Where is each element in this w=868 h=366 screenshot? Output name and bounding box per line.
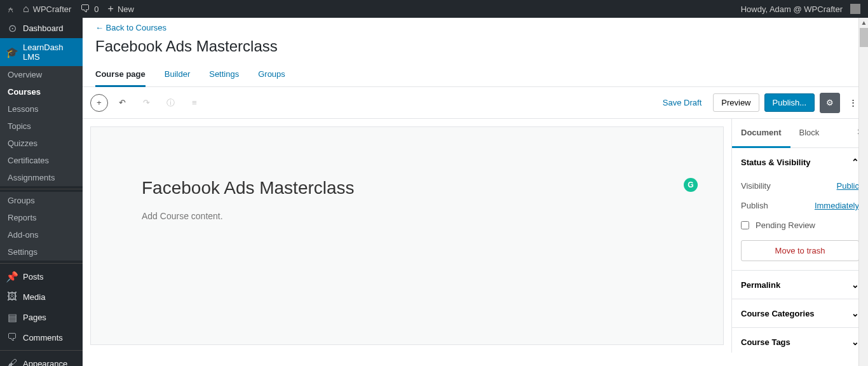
sidebar-posts-label: Posts <box>23 272 44 281</box>
outline-button[interactable]: ≡ <box>184 93 205 113</box>
info-icon: ⓘ <box>166 97 175 109</box>
sidebar-sub-settings[interactable]: Settings <box>0 243 83 261</box>
dashboard-icon: ⊙ <box>6 22 18 34</box>
panel-tab-document[interactable]: Document <box>732 119 790 148</box>
panel-tabs: Document Block × <box>732 119 868 148</box>
editor-body: Facebook Ads Masterclass Add Course cont… <box>83 119 868 353</box>
content-placeholder[interactable]: Add Course content. <box>142 211 672 221</box>
home-icon: ⌂ <box>23 3 29 15</box>
redo-button[interactable]: ↷ <box>136 93 156 113</box>
course-tabs: Course page Builder Settings Groups <box>83 63 868 87</box>
undo-button[interactable]: ↶ <box>112 93 132 113</box>
sidebar-learndash[interactable]: 🎓LearnDash LMS <box>0 38 83 66</box>
admin-sidebar: ⊙Dashboard 🎓LearnDash LMS Overview Cours… <box>0 18 83 366</box>
panel-status-visibility: Status & Visibility⌃ VisibilityPublic Pu… <box>732 148 868 271</box>
move-to-trash-button[interactable]: Move to trash <box>741 240 859 261</box>
panel-categories-header[interactable]: Course Categories⌄ <box>732 299 868 327</box>
tab-settings[interactable]: Settings <box>209 63 239 86</box>
sidebar-sub-assignments[interactable]: Assignments <box>0 169 83 186</box>
wp-logo[interactable]: ⍲ <box>8 3 14 15</box>
sidebar-comments[interactable]: 🗨Comments <box>0 327 83 348</box>
panel-categories-title: Course Categories <box>741 309 815 318</box>
grammarly-badge-icon[interactable]: G <box>684 178 698 192</box>
comment-icon: 🗨 <box>6 332 18 343</box>
page-icon: ▤ <box>6 311 18 323</box>
pending-review-checkbox[interactable] <box>741 221 749 229</box>
info-button[interactable]: ⓘ <box>160 93 180 113</box>
editor-toolbar: + ↶ ↷ ⓘ ≡ Save Draft Preview Publish... … <box>83 87 868 119</box>
panel-status-header[interactable]: Status & Visibility⌃ <box>732 148 868 176</box>
media-icon: 🖼 <box>6 291 18 302</box>
panel-categories: Course Categories⌄ <box>732 299 868 328</box>
add-block-button[interactable]: + <box>90 94 108 112</box>
sidebar-sub-lessons[interactable]: Lessons <box>0 100 83 118</box>
panel-status-title: Status & Visibility <box>741 158 811 167</box>
sidebar-dashboard[interactable]: ⊙Dashboard <box>0 18 83 38</box>
visibility-value-link[interactable]: Public <box>837 181 859 191</box>
new-label: New <box>118 4 134 14</box>
comments-link[interactable]: 🗨0 <box>80 3 98 15</box>
sidebar-sub-groups[interactable]: Groups <box>0 192 83 209</box>
settings-button[interactable]: ⚙ <box>820 93 840 113</box>
pin-icon: 📌 <box>6 271 18 282</box>
new-link[interactable]: +New <box>108 3 134 15</box>
settings-panel: Document Block × Status & Visibility⌃ Vi… <box>731 119 868 353</box>
comment-icon: 🗨 <box>80 3 90 15</box>
admin-bar: ⍲ ⌂WPCrafter 🗨0 +New Howdy, Adam @ WPCra… <box>0 0 868 18</box>
page-title: Facebook Ads Masterclass <box>83 35 868 63</box>
howdy-link[interactable]: Howdy, Adam @ WPCrafter <box>741 4 860 14</box>
publish-value-link[interactable]: Immediately <box>815 201 859 210</box>
sidebar-media[interactable]: 🖼Media <box>0 287 83 307</box>
sidebar-sub-overview[interactable]: Overview <box>0 66 83 83</box>
tab-course-page[interactable]: Course page <box>95 63 146 87</box>
comments-count: 0 <box>94 4 98 14</box>
sidebar-separator <box>0 189 83 189</box>
window-scrollbar[interactable]: ▲ <box>858 18 868 366</box>
sidebar-learndash-label: LearnDash LMS <box>23 43 76 62</box>
sidebar-posts[interactable]: 📌Posts <box>0 266 83 287</box>
site-link[interactable]: ⌂WPCrafter <box>23 3 71 15</box>
scroll-up-icon[interactable]: ▲ <box>859 18 868 27</box>
sidebar-sub-topics[interactable]: Topics <box>0 118 83 135</box>
avatar <box>850 4 860 14</box>
sidebar-appearance[interactable]: 🖌Appearance <box>0 353 83 366</box>
sidebar-dashboard-label: Dashboard <box>23 24 64 33</box>
tab-groups[interactable]: Groups <box>258 63 285 86</box>
back-to-courses-link[interactable]: ← Back to Courses <box>83 18 868 35</box>
preview-button[interactable]: Preview <box>713 93 759 112</box>
pending-review-label: Pending Review <box>756 220 815 230</box>
post-title-input[interactable]: Facebook Ads Masterclass <box>142 178 672 198</box>
site-name: WPCrafter <box>33 4 72 14</box>
plus-icon: + <box>108 3 114 15</box>
publish-button[interactable]: Publish... <box>764 93 815 112</box>
gear-icon: ⚙ <box>826 98 834 107</box>
panel-permalink-header[interactable]: Permalink⌄ <box>732 271 868 299</box>
sidebar-sub-addons[interactable]: Add-ons <box>0 226 83 243</box>
sidebar-sub-courses[interactable]: Courses <box>0 83 83 100</box>
panel-tab-block[interactable]: Block <box>790 119 829 147</box>
undo-icon: ↶ <box>119 98 126 107</box>
panel-permalink: Permalink⌄ <box>732 271 868 299</box>
publish-label: Publish <box>741 201 768 210</box>
sidebar-appearance-label: Appearance <box>23 359 67 367</box>
tab-builder[interactable]: Builder <box>165 63 190 86</box>
save-draft-button[interactable]: Save Draft <box>656 94 708 111</box>
sidebar-comments-label: Comments <box>23 333 63 342</box>
visibility-label: Visibility <box>741 181 771 191</box>
redo-icon: ↷ <box>143 98 150 107</box>
sidebar-sub-quizzes[interactable]: Quizzes <box>0 135 83 152</box>
panel-tags-header[interactable]: Course Tags⌄ <box>732 328 868 353</box>
sidebar-separator <box>0 350 83 351</box>
scrollbar-thumb[interactable] <box>860 28 868 47</box>
sidebar-separator <box>0 263 83 264</box>
sidebar-sub-reports[interactable]: Reports <box>0 209 83 226</box>
panel-tags: Course Tags⌄ <box>732 328 868 353</box>
sidebar-sub-certificates[interactable]: Certificates <box>0 152 83 169</box>
outline-icon: ≡ <box>192 98 197 107</box>
sidebar-pages[interactable]: ▤Pages <box>0 307 83 327</box>
editor-canvas[interactable]: Facebook Ads Masterclass Add Course cont… <box>90 126 724 345</box>
plus-icon: + <box>97 98 102 107</box>
sidebar-media-label: Media <box>23 292 45 302</box>
learndash-icon: 🎓 <box>6 46 18 58</box>
more-icon: ⋮ <box>849 98 857 107</box>
